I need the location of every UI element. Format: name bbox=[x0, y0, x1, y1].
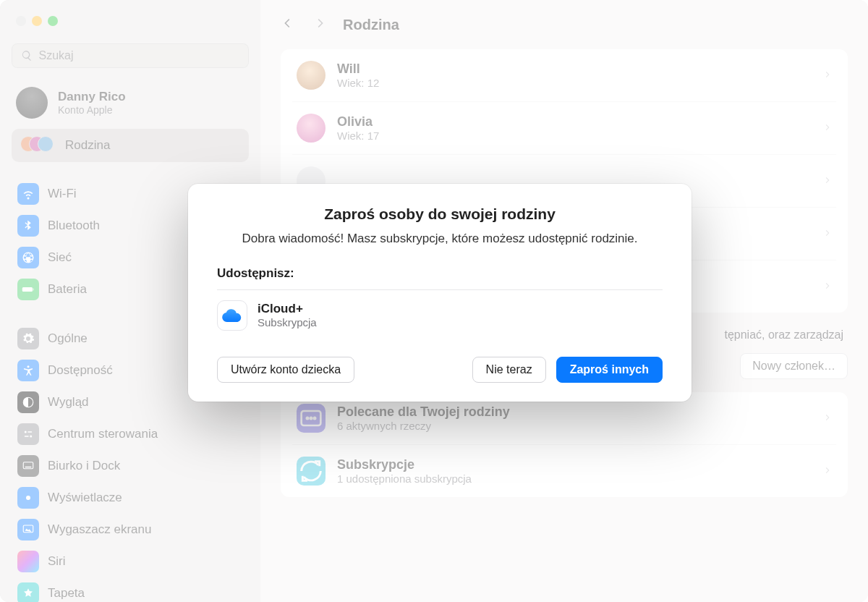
invite-others-button[interactable]: Zaproś innych bbox=[556, 357, 663, 383]
share-item-name: iCloud+ bbox=[258, 302, 317, 316]
icloud-icon bbox=[217, 300, 247, 331]
dialog-title: Zaproś osoby do swojej rodziny bbox=[217, 205, 663, 223]
create-child-account-button[interactable]: Utwórz konto dziecka bbox=[217, 357, 354, 383]
share-header: Udostępnisz: bbox=[217, 266, 663, 281]
dialog-subtitle: Dobra wiadomość! Masz subskrypcje, które… bbox=[217, 230, 663, 247]
dialog-actions: Utwórz konto dziecka Nie teraz Zaproś in… bbox=[217, 357, 663, 383]
invite-family-dialog: Zaproś osoby do swojej rodziny Dobra wia… bbox=[188, 184, 692, 402]
share-item-row: iCloud+ Subskrypcja bbox=[217, 289, 663, 341]
not-now-button[interactable]: Nie teraz bbox=[472, 357, 546, 383]
share-item-sub: Subskrypcja bbox=[258, 316, 317, 328]
